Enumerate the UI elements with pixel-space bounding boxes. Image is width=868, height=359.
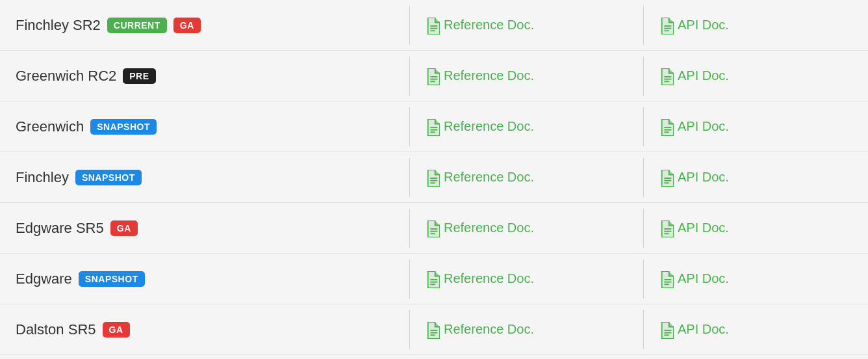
badge-pre: PRE	[123, 68, 155, 84]
document-icon	[659, 119, 672, 135]
document-icon	[659, 220, 672, 236]
document-icon	[426, 119, 439, 135]
document-icon	[426, 271, 439, 287]
api-doc-link[interactable]: API Doc.	[659, 271, 729, 287]
reference-doc-link[interactable]: Reference Doc.	[426, 18, 534, 33]
badge-snapshot: SNAPSHOT	[90, 119, 157, 135]
api-doc-label: API Doc.	[678, 220, 729, 235]
api-doc-link[interactable]: API Doc.	[659, 119, 729, 135]
badge-current: CURRENT	[107, 18, 167, 33]
document-icon	[659, 322, 672, 338]
document-icon	[426, 170, 439, 185]
reference-doc-label: Reference Doc.	[444, 119, 534, 134]
document-icon	[659, 68, 672, 84]
reference-doc-link[interactable]: Reference Doc.	[426, 322, 534, 338]
document-icon	[659, 18, 672, 33]
reference-doc-link[interactable]: Reference Doc.	[426, 271, 534, 287]
version-name: Dalston SR5	[16, 321, 96, 338]
api-doc-label: API Doc.	[678, 271, 729, 286]
badge-snapshot: SNAPSHOT	[79, 271, 145, 287]
api-doc-label: API Doc.	[678, 119, 729, 134]
api-doc-link[interactable]: API Doc.	[659, 18, 729, 33]
table-row: Dalston SR5GA Reference Doc. API Doc.	[0, 304, 868, 355]
document-icon	[426, 68, 439, 84]
reference-doc-link[interactable]: Reference Doc.	[426, 119, 534, 135]
version-name: Edgware	[16, 271, 72, 287]
version-name: Greenwich RC2	[16, 68, 116, 85]
table-row: GreenwichSNAPSHOT Reference Doc. API Doc…	[0, 101, 868, 152]
document-icon	[426, 322, 439, 338]
api-doc-label: API Doc.	[678, 322, 729, 337]
reference-doc-label: Reference Doc.	[444, 18, 534, 33]
version-name: Finchley SR2	[16, 17, 101, 34]
table-row: Edgware SR5GA Reference Doc. API Doc.	[0, 203, 868, 254]
reference-doc-link[interactable]: Reference Doc.	[426, 68, 534, 84]
document-icon	[659, 170, 672, 185]
table-row: EdgwareSNAPSHOT Reference Doc. API Doc.	[0, 254, 868, 304]
document-icon	[659, 271, 672, 287]
badge-snapshot: SNAPSHOT	[75, 170, 142, 185]
document-icon	[426, 220, 439, 236]
reference-doc-link[interactable]: Reference Doc.	[426, 170, 534, 185]
reference-doc-label: Reference Doc.	[444, 322, 534, 337]
api-doc-label: API Doc.	[678, 68, 729, 83]
versions-table: Finchley SR2CURRENTGA Reference Doc. API…	[0, 0, 868, 355]
api-doc-link[interactable]: API Doc.	[659, 68, 729, 84]
version-name: Greenwich	[16, 118, 84, 135]
api-doc-link[interactable]: API Doc.	[659, 322, 729, 338]
document-icon	[426, 18, 439, 33]
reference-doc-label: Reference Doc.	[444, 271, 534, 286]
reference-doc-label: Reference Doc.	[444, 68, 534, 83]
api-doc-link[interactable]: API Doc.	[659, 170, 729, 185]
badge-ga: GA	[110, 220, 138, 236]
version-name: Edgware SR5	[16, 220, 104, 237]
reference-doc-label: Reference Doc.	[444, 170, 534, 185]
api-doc-link[interactable]: API Doc.	[659, 220, 729, 236]
api-doc-label: API Doc.	[678, 170, 729, 185]
table-row: Greenwich RC2PRE Reference Doc. API Doc.	[0, 51, 868, 101]
api-doc-label: API Doc.	[678, 18, 729, 33]
table-row: Finchley SR2CURRENTGA Reference Doc. API…	[0, 0, 868, 51]
table-row: FinchleySNAPSHOT Reference Doc. API Doc.	[0, 152, 868, 203]
version-name: Finchley	[16, 169, 69, 186]
badge-ga: GA	[103, 322, 130, 338]
reference-doc-label: Reference Doc.	[444, 220, 534, 235]
reference-doc-link[interactable]: Reference Doc.	[426, 220, 534, 236]
badge-ga: GA	[173, 18, 201, 33]
